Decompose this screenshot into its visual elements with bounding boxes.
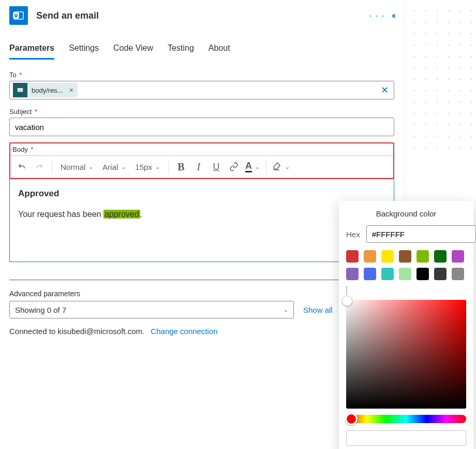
color-swatch[interactable] xyxy=(346,268,359,280)
color-swatch[interactable] xyxy=(399,268,411,280)
token-icon xyxy=(13,83,27,97)
color-swatch[interactable] xyxy=(399,250,411,263)
chevron-down-icon: ⌄ xyxy=(285,164,290,170)
color-preview-box xyxy=(346,430,466,446)
color-swatch[interactable] xyxy=(452,250,464,263)
color-swatch[interactable] xyxy=(452,268,464,280)
font-color-button[interactable]: A ⌄ xyxy=(243,158,262,176)
body-text-after: . xyxy=(140,210,142,219)
font-size-select[interactable]: 15px ⌄ xyxy=(131,158,164,176)
to-label-text: To xyxy=(9,71,17,79)
color-swatch[interactable] xyxy=(364,268,376,280)
color-swatch[interactable] xyxy=(381,250,394,263)
hue-slider[interactable] xyxy=(346,415,466,423)
change-connection-link[interactable]: Change connection xyxy=(151,327,217,336)
hex-input[interactable] xyxy=(366,225,476,243)
tab-settings[interactable]: Settings xyxy=(69,44,99,60)
chevron-down-icon: ⌄ xyxy=(284,307,288,313)
saturation-gradient[interactable] xyxy=(346,300,466,409)
hex-label: Hex xyxy=(346,230,360,239)
chevron-down-icon: ⌄ xyxy=(155,164,160,170)
color-swatch[interactable] xyxy=(416,268,429,280)
tab-code-view[interactable]: Code View xyxy=(113,44,153,60)
toolbar-separator xyxy=(266,160,266,173)
advanced-params-select[interactable]: Showing 0 of 7 ⌄ xyxy=(9,301,294,318)
required-asterisk: * xyxy=(31,146,33,153)
subject-label: Subject * xyxy=(9,108,394,115)
chevron-down-icon: ⌄ xyxy=(88,164,93,170)
chevron-down-icon: ⌄ xyxy=(255,164,260,170)
body-heading: Approved xyxy=(18,186,385,200)
outlook-icon xyxy=(9,6,28,25)
clear-field-icon[interactable]: ✕ xyxy=(381,84,389,96)
connection-text: Connected to kisubedi@microsoft.com. xyxy=(9,327,144,336)
font-value: Arial xyxy=(102,163,118,171)
token-remove-icon[interactable]: × xyxy=(69,86,73,94)
gradient-thumb[interactable] xyxy=(342,296,352,306)
format-select[interactable]: Normal ⌄ xyxy=(56,158,97,176)
collapse-panel-button[interactable]: ‹‹ xyxy=(392,11,394,20)
tab-parameters[interactable]: Parameters xyxy=(9,44,54,60)
color-swatch[interactable] xyxy=(434,250,447,263)
dynamic-content-token[interactable]: body/res... × xyxy=(13,83,78,97)
color-swatches xyxy=(346,250,466,280)
subject-input-box[interactable] xyxy=(9,118,394,136)
color-swatch[interactable] xyxy=(416,250,429,263)
section-divider xyxy=(9,280,394,280)
bold-button[interactable]: B xyxy=(173,158,189,176)
advanced-select-text: Showing 0 of 7 xyxy=(15,306,66,314)
canvas-background-dots xyxy=(404,0,476,155)
redo-button[interactable] xyxy=(31,158,48,176)
color-picker-title: Background color xyxy=(346,209,466,218)
highlighted-text: approved xyxy=(103,210,140,219)
subject-label-text: Subject xyxy=(9,108,32,115)
hue-thumb[interactable] xyxy=(345,413,358,425)
subject-input[interactable] xyxy=(13,120,391,135)
svg-rect-1 xyxy=(13,13,19,18)
toolbar-separator xyxy=(52,160,52,173)
undo-button[interactable] xyxy=(13,158,30,176)
toolbar-separator xyxy=(168,160,169,173)
color-picker-popover: Background color Hex xyxy=(339,201,473,449)
required-asterisk: * xyxy=(19,71,22,79)
color-swatch[interactable] xyxy=(364,250,376,263)
token-label: body/res... xyxy=(32,86,63,94)
color-swatch[interactable] xyxy=(381,268,394,280)
color-swatch[interactable] xyxy=(434,268,447,280)
body-text-line: Your request has been approved. xyxy=(18,208,385,221)
show-all-link[interactable]: Show all xyxy=(303,306,333,314)
svg-rect-4 xyxy=(18,89,23,90)
body-field-highlight: Body * Normal ⌄ Arial ⌄ xyxy=(9,142,394,179)
rich-text-toolbar: Normal ⌄ Arial ⌄ 15px ⌄ B I U xyxy=(10,155,393,178)
link-button[interactable] xyxy=(226,158,242,176)
panel-header: Send an email · · · ‹‹ xyxy=(0,0,404,29)
to-input[interactable]: body/res... × ✕ xyxy=(9,81,394,99)
body-label: Body * xyxy=(12,146,391,153)
tabs-bar: Parameters Settings Code View Testing Ab… xyxy=(0,29,404,60)
format-value: Normal xyxy=(61,163,85,171)
underline-button[interactable]: U xyxy=(208,158,225,176)
more-actions-button[interactable]: · · · xyxy=(369,10,384,21)
body-label-text: Body xyxy=(12,146,28,153)
font-select[interactable]: Arial ⌄ xyxy=(98,158,130,176)
panel-title: Send an email xyxy=(36,10,369,21)
to-label: To * xyxy=(9,71,394,79)
color-swatch[interactable] xyxy=(346,250,359,263)
italic-button[interactable]: I xyxy=(190,158,207,176)
body-text: Your request has been xyxy=(18,210,103,219)
required-asterisk: * xyxy=(35,108,37,115)
size-value: 15px xyxy=(135,163,152,171)
no-color-swatch[interactable] xyxy=(346,286,347,295)
tab-testing[interactable]: Testing xyxy=(168,44,194,60)
chevron-down-icon: ⌄ xyxy=(121,164,126,170)
body-editor[interactable]: Approved Your request has been approved. xyxy=(9,179,394,262)
tab-about[interactable]: About xyxy=(209,44,230,60)
highlight-color-button[interactable]: ⌄ xyxy=(271,158,292,176)
